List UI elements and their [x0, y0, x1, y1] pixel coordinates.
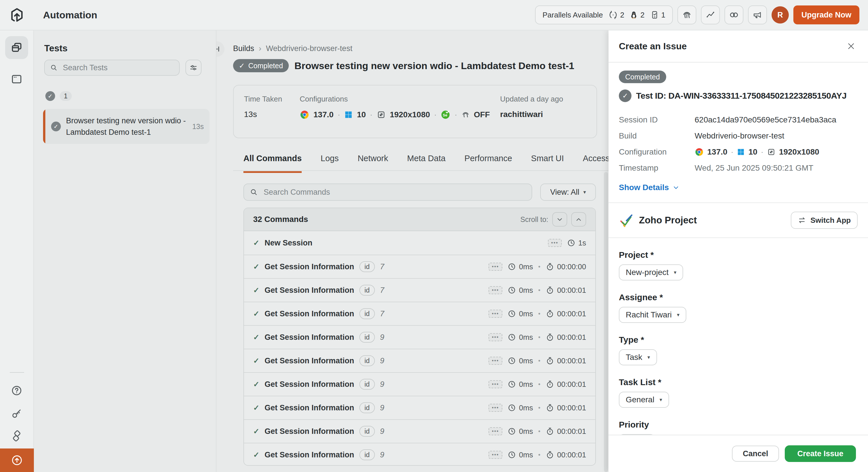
- rail-upgrade-block[interactable]: [0, 448, 34, 472]
- tests-filter-button[interactable]: [185, 60, 202, 76]
- parallels-available: Parallels Available 2: [535, 5, 673, 24]
- search-commands-input[interactable]: [262, 187, 526, 197]
- analytics-button[interactable]: [701, 5, 720, 24]
- command-row[interactable]: ✓ Get Session Information id 9 ••• 0ms •…: [244, 396, 595, 419]
- tab-performance[interactable]: Performance: [464, 154, 512, 173]
- command-row[interactable]: ✓ Get Session Information id 9 ••• 0ms •…: [244, 419, 595, 443]
- tab-logs[interactable]: Logs: [321, 154, 339, 173]
- command-timestamp: 00:00:01: [546, 450, 586, 460]
- detail-row: Build Webdriverio-browser-test: [619, 128, 858, 144]
- stopwatch-icon: [546, 309, 554, 318]
- cancel-button[interactable]: Cancel: [732, 446, 779, 462]
- scroll-up-button[interactable]: [571, 212, 586, 227]
- command-duration: 0ms: [507, 427, 533, 436]
- command-row[interactable]: ✓ Get Session Information id 9 ••• 0ms •…: [244, 443, 595, 466]
- upgrade-now-button[interactable]: Upgrade Now: [794, 5, 859, 24]
- automation-dashboard: Automation Parallels Available 2: [0, 0, 868, 472]
- commands-toolbar: View: All ▾: [243, 183, 596, 201]
- status-badge: Completed: [619, 71, 666, 83]
- type-dropdown[interactable]: Task▾: [619, 349, 657, 365]
- tab-all-commands[interactable]: All Commands: [243, 154, 302, 173]
- command-row[interactable]: ✓ Get Session Information id 9 ••• 0ms •…: [244, 372, 595, 396]
- row-menu-button[interactable]: •••: [489, 451, 502, 459]
- assignee-dropdown[interactable]: Rachit Tiwari▾: [619, 307, 686, 323]
- detail-row: Timestamp Wed, 25 Jun 2025 09:50:21 GMT: [619, 160, 858, 176]
- command-row[interactable]: ✓ Get Session Information id 7 ••• 0ms •…: [244, 302, 595, 325]
- command-row[interactable]: ✓ Get Session Information id 7 ••• 0ms •…: [244, 255, 595, 278]
- sidebar-item-access-key[interactable]: [5, 402, 28, 425]
- close-button[interactable]: [844, 40, 858, 53]
- project-dropdown[interactable]: New-project▾: [619, 264, 683, 280]
- builds-windows-icon: [10, 41, 23, 54]
- row-menu-button[interactable]: •••: [548, 239, 562, 247]
- mobile-count: 1: [661, 11, 665, 20]
- switch-app-button[interactable]: Switch App: [791, 212, 858, 229]
- command-row[interactable]: ✓ Get Session Information id 9 ••• 0ms •…: [244, 325, 595, 349]
- stopwatch-icon: [546, 333, 554, 341]
- stopwatch-icon: [546, 262, 554, 271]
- search-icon: [250, 188, 258, 196]
- row-menu-button[interactable]: •••: [489, 357, 502, 365]
- sidebar-item-builds[interactable]: [5, 36, 28, 59]
- fingerprint-button[interactable]: [677, 5, 696, 24]
- show-details-link[interactable]: Show Details: [619, 183, 680, 192]
- test-id-value: Test ID: DA-WIN-33633311-175084502122328…: [636, 91, 846, 101]
- sidebar-item-integrations[interactable]: [5, 425, 28, 447]
- chrome-icon: [694, 147, 704, 157]
- command-timestamp: 00:00:01: [546, 427, 586, 436]
- project-field: Project * New-project▾: [619, 250, 858, 280]
- announcements-button[interactable]: [748, 5, 767, 24]
- window-icon: [10, 73, 23, 86]
- row-menu-button[interactable]: •••: [489, 310, 502, 318]
- create-issue-button[interactable]: Create Issue: [785, 445, 856, 462]
- view-filter-dropdown[interactable]: View: All ▾: [540, 183, 596, 201]
- stopwatch-icon: [546, 450, 554, 459]
- command-timestamp: 00:00:00: [546, 262, 586, 271]
- integration-header: Zoho Project Switch App: [619, 203, 858, 237]
- lambdatest-logo-icon[interactable]: [0, 7, 34, 23]
- integrations-link-button[interactable]: [724, 5, 743, 24]
- row-menu-button[interactable]: •••: [489, 380, 502, 388]
- tab-smart-ui[interactable]: Smart UI: [531, 154, 564, 173]
- command-row[interactable]: ✓ Get Session Information id 9 ••• 0ms •…: [244, 349, 595, 372]
- test-list-item[interactable]: ✓ Browser testing new version wdio - Lam…: [43, 109, 210, 144]
- tab-accessibility[interactable]: Accessibility: [583, 154, 609, 173]
- row-menu-button[interactable]: •••: [489, 333, 502, 341]
- command-row[interactable]: ✓ New Session ••• 1s: [244, 231, 595, 255]
- search-tests-input[interactable]: [62, 63, 174, 73]
- scrollbar[interactable]: [604, 172, 608, 472]
- sidebar-item-help[interactable]: [5, 379, 28, 402]
- stopwatch-icon: [546, 427, 554, 436]
- row-menu-button[interactable]: •••: [489, 286, 502, 294]
- collapse-panel-button[interactable]: [216, 41, 224, 57]
- fingerprint-small-icon: [461, 110, 470, 119]
- row-menu-button[interactable]: •••: [489, 427, 502, 435]
- breadcrumb: Builds › Webdriverio-browser-test: [233, 44, 352, 53]
- scroll-down-button[interactable]: [552, 212, 567, 227]
- row-menu-button[interactable]: •••: [489, 404, 502, 412]
- breadcrumb-builds[interactable]: Builds: [233, 44, 254, 53]
- test-title-row: ✓ Completed Browser testing new version …: [233, 59, 575, 72]
- tab-meta-data[interactable]: Meta Data: [407, 154, 445, 173]
- success-check-icon: ✓: [253, 262, 259, 271]
- row-menu-button[interactable]: •••: [489, 263, 502, 271]
- id-pill: id: [360, 261, 375, 272]
- windows-icon: [344, 110, 353, 119]
- test-group-row[interactable]: ✓ 1: [45, 91, 72, 101]
- panel-header: Create an Issue: [609, 30, 868, 63]
- stopwatch-icon: [546, 286, 554, 295]
- command-timestamp: 00:00:01: [546, 403, 586, 412]
- avatar[interactable]: R: [772, 6, 789, 24]
- id-pill: id: [360, 332, 375, 343]
- tab-network[interactable]: Network: [358, 154, 388, 173]
- chrome-icon: [300, 110, 309, 120]
- sidebar-item-sessions[interactable]: [5, 68, 28, 91]
- id-pill: id: [360, 426, 375, 437]
- test-duration: 13s: [192, 123, 204, 131]
- time-taken: Time Taken 13s: [244, 95, 300, 138]
- tunnel-state: OFF: [474, 110, 490, 119]
- id-pill: id: [360, 308, 375, 319]
- command-row[interactable]: ✓ Get Session Information id 7 ••• 0ms •…: [244, 278, 595, 302]
- check-icon: ✓: [239, 62, 245, 70]
- tasklist-dropdown[interactable]: General▾: [619, 392, 669, 408]
